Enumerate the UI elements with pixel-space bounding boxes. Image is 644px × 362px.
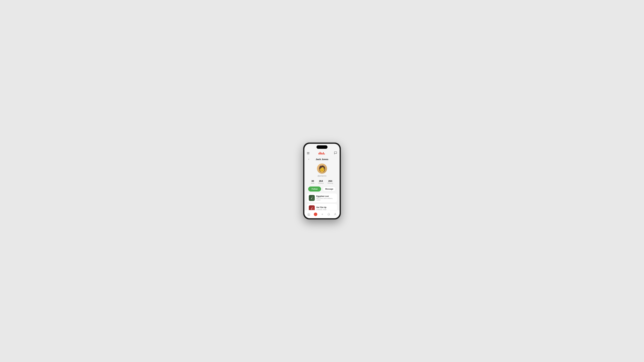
logo-bar-6 [324,153,325,154]
stat-following: 264 following [328,180,333,184]
logo-bar-5 [323,152,324,154]
song-title-2: Get 'Em Up [316,206,335,209]
svg-point-2 [335,213,336,214]
phone-frame: ‹ Jack Jones 🧑 @jackjones 30 posts 264 f… [303,142,341,220]
profile-content: ‹ Jack Jones 🧑 @jackjones 30 posts 264 f… [304,156,340,210]
logo-bar-4 [322,153,323,154]
songs-list: Egyptian Luvr Rêji Snow, Dana Williams, … [304,193,340,210]
nav-profile[interactable] [332,212,338,216]
nav-notifications[interactable] [326,212,332,216]
profile-header: ‹ Jack Jones [304,156,340,162]
stat-posts: 30 posts [311,180,314,184]
song-info-1: Egyptian Luvr Rêji Snow, Dana Williams, … [316,195,335,201]
nav-active[interactable] [312,212,318,217]
stats-row: 30 posts 264 followers 264 following [304,178,340,185]
dynamic-island [316,145,328,149]
nav-home[interactable] [306,212,312,216]
avatar-section: 🧑 @jackjones [304,162,340,178]
posts-count: 30 [311,180,314,182]
bottom-nav [304,210,340,218]
logo-bar-1 [318,153,319,154]
logo-bar-3 [321,153,322,154]
message-button[interactable]: Message [323,187,336,192]
nav-add[interactable] [320,212,325,216]
followers-count: 264 [319,180,323,182]
following-label: following [328,182,333,184]
avatar: 🧑 [317,163,327,174]
song-thumbnail-2 [309,205,315,210]
follow-button[interactable]: Follow [308,187,321,192]
song-info-2: Get 'Em Up Anderson .Paak [316,206,335,210]
username-handle: @jackjones [318,175,326,177]
profile-name: Jack Jones [311,158,333,161]
song-card-1[interactable]: Egyptian Luvr Rêji Snow, Dana Williams, … [307,193,337,203]
logo-bar-2 [320,152,320,154]
phone-screen: ‹ Jack Jones 🧑 @jackjones 30 posts 264 f… [304,144,340,218]
menu-icon[interactable] [307,152,310,154]
followers-label: followers [318,182,324,184]
song-card-2[interactable]: Get 'Em Up Anderson .Paak [307,204,337,210]
active-indicator [314,213,317,216]
song-title-1: Egyptian Luvr [316,195,335,197]
chat-icon[interactable] [334,151,337,155]
back-button[interactable]: ‹ [307,157,311,161]
top-nav [304,150,340,156]
app-logo [318,152,325,154]
action-buttons: Follow Message [304,185,340,193]
song-subtitle-1: Rêji Snow, Dana Williams, Animé [316,198,335,201]
following-count: 264 [328,180,332,182]
posts-label: posts [311,182,314,184]
song-thumbnail-1 [309,195,315,201]
stat-followers: 264 followers [318,180,324,184]
song-subtitle-2: Anderson .Paak [316,209,335,210]
